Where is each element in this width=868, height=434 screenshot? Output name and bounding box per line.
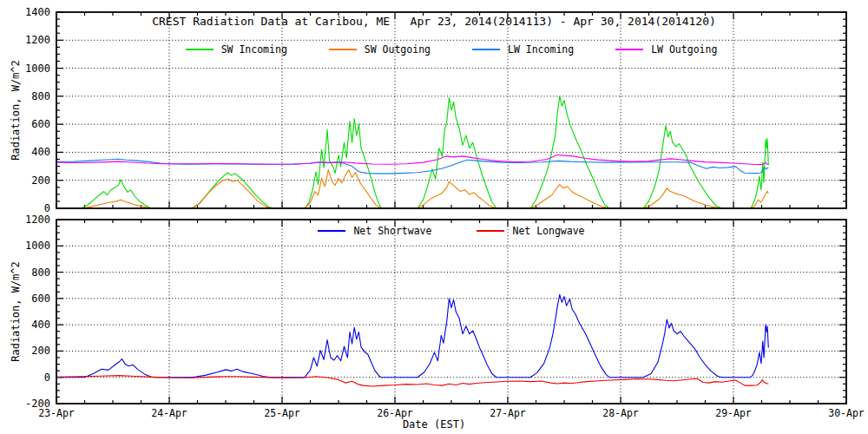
y-tick-label: 800 [31,266,50,279]
series-line-net-shortwave [56,294,768,377]
x-tick-label: 24-Apr [151,407,187,419]
net-longwave-line-icon [477,230,504,232]
legend-label: Net Longwave [512,225,584,237]
legend-item-net-shortwave: Net Shortwave [318,225,431,237]
tick-labels: -20002004006008001000120023-Apr24-Apr25-… [25,214,865,419]
y-tick-label: 400 [31,319,50,331]
x-tick-label: 26-Apr [377,407,413,419]
sw-outgoing-line-icon [329,49,357,50]
legend-item-sw-outgoing: SW Outgoing [329,43,431,56]
gridlines [56,220,846,404]
y-tick-label: 0 [44,202,50,214]
x-tick-label: 28-Apr [602,407,639,419]
series-line-lw-incoming [56,159,768,174]
legend-label: LW Incoming [508,43,574,56]
y-tick-label: 800 [31,90,50,102]
x-tick-label: 27-Apr [490,407,526,419]
y-tick-label: 200 [31,174,50,187]
y-tick-label: 1000 [25,240,50,252]
legend-top: SW Incoming SW Outgoing LW Incoming LW O… [56,43,846,56]
y-axis-label-bottom: Radiation, W/m^2 [10,242,22,381]
axis-ticks [56,220,846,404]
series-line-sw-outgoing [56,170,768,208]
radiation-figure: 0200400600800100012001400-20002004006008… [0,0,868,434]
net-shortwave-line-icon [318,230,345,232]
lw-incoming-line-icon [472,49,500,50]
panel-net-radiation: -20002004006008001000120023-Apr24-Apr25-… [25,214,865,419]
legend-bottom: Net Shortwave Net Longwave [56,225,846,237]
legend-label: Net Shortwave [353,225,431,237]
y-tick-label: 1200 [25,34,50,46]
x-tick-label: 29-Apr [715,407,752,419]
y-tick-label: 0 [44,372,50,384]
sw-incoming-line-icon [186,49,214,50]
legend-item-net-longwave: Net Longwave [477,225,584,237]
y-tick-label: 600 [31,293,50,305]
legend-label: SW Incoming [221,43,287,56]
y-tick-label: 1000 [25,62,50,75]
panel-frame [56,220,846,404]
chart-title: CREST Radiation Data at Caribou, ME Apr … [0,15,868,28]
x-axis-label: Date (EST) [0,418,868,431]
x-tick-label: 25-Apr [264,407,300,419]
legend-item-lw-incoming: LW Incoming [472,43,574,56]
lw-outgoing-line-icon [615,49,643,50]
x-tick-label: 30-Apr [828,407,865,419]
y-axis-label-top: Radiation, W/m^2 [10,41,22,180]
legend-label: SW Outgoing [365,43,431,56]
legend-item-lw-outgoing: LW Outgoing [615,43,717,56]
panel-radiation-components: 0200400600800100012001400 [25,6,846,214]
y-tick-label: 200 [31,345,50,357]
legend-item-sw-incoming: SW Incoming [186,43,287,56]
plot-canvas: 0200400600800100012001400-20002004006008… [0,0,868,434]
y-tick-label: 1200 [25,214,50,226]
x-tick-label: 23-Apr [38,407,75,419]
y-tick-label: 400 [31,146,50,158]
legend-label: LW Outgoing [651,43,717,56]
y-tick-label: 600 [31,118,50,130]
tick-labels: 0200400600800100012001400 [25,6,50,214]
